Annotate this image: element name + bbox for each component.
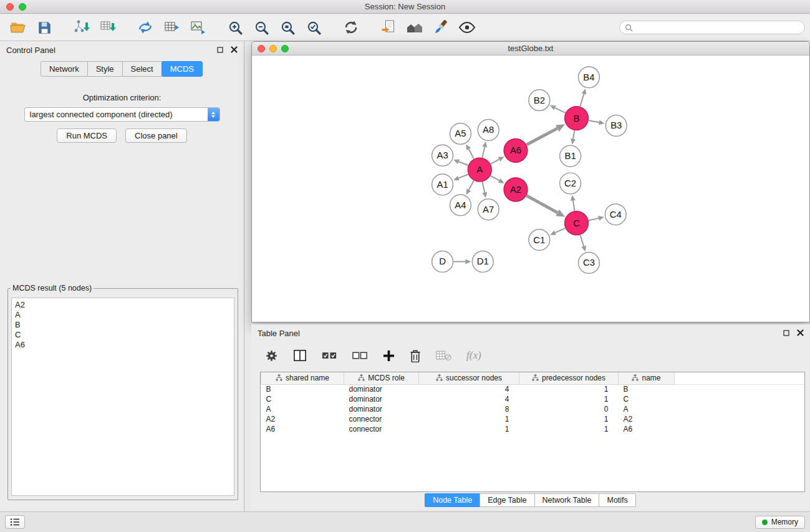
table-cell[interactable]: 1 xyxy=(419,414,519,424)
tab-motifs[interactable]: Motifs xyxy=(599,493,635,507)
network-node-A3[interactable]: A3 xyxy=(432,145,453,166)
open-session-button[interactable] xyxy=(5,17,31,38)
edge-A-A2[interactable] xyxy=(491,176,499,181)
network-node-C4[interactable]: C4 xyxy=(605,204,626,225)
node-table[interactable]: shared nameMCDS rolesuccessor nodesprede… xyxy=(260,372,805,492)
column-header-MCDS-role[interactable]: MCDS role xyxy=(344,372,419,384)
table-cell[interactable]: A2 xyxy=(619,414,675,424)
table-cell[interactable]: 1 xyxy=(519,424,619,434)
function-builder-button[interactable]: f(x) xyxy=(466,349,481,362)
tab-style[interactable]: Style xyxy=(87,61,123,77)
table-settings-button[interactable] xyxy=(265,349,278,362)
import-network-file-button[interactable] xyxy=(69,17,95,38)
edge-A6-B[interactable] xyxy=(527,128,557,145)
optimization-criterion-dropdown[interactable]: largest connected component (directed) xyxy=(24,107,220,122)
tab-network-table[interactable]: Network Table xyxy=(534,493,600,507)
table-row[interactable]: Cdominator41C xyxy=(261,394,805,404)
network-node-B2[interactable]: B2 xyxy=(529,90,550,111)
table-cell[interactable]: dominator xyxy=(344,394,419,404)
table-cell[interactable]: dominator xyxy=(344,384,419,394)
zoom-selected-button[interactable] xyxy=(301,17,327,38)
edge-C-C2[interactable] xyxy=(573,201,575,211)
network-node-A6[interactable]: A6 xyxy=(504,138,528,162)
export-table-button[interactable] xyxy=(158,17,185,38)
edge-B-B1[interactable] xyxy=(573,130,574,139)
zoom-window-button[interactable] xyxy=(19,3,26,11)
table-cell[interactable]: C xyxy=(261,394,344,404)
mcds-result-item[interactable]: C xyxy=(15,330,231,340)
app-titlebar[interactable]: Session: New Session xyxy=(0,0,810,14)
network-node-B1[interactable]: B1 xyxy=(560,145,581,167)
table-cell[interactable]: A2 xyxy=(261,414,344,424)
edge-A-A7[interactable] xyxy=(483,182,485,193)
table-row[interactable]: A2connector11A2 xyxy=(261,414,805,424)
edge-C-C1[interactable] xyxy=(555,228,565,233)
network-canvas[interactable]: B4B2BB3A5A8A6B1A3AA1A2C2A4A7C4CC1C3DD1 xyxy=(252,56,809,322)
edge-B-B4[interactable] xyxy=(580,94,584,107)
new-network-button[interactable] xyxy=(132,17,158,38)
network-window-titlebar[interactable]: testGlobe.txt xyxy=(252,42,809,56)
close-table-panel-icon[interactable] xyxy=(797,329,804,338)
mcds-result-item[interactable]: A2 xyxy=(15,300,231,310)
import-table-file-button[interactable] xyxy=(95,17,121,38)
edge-A-A4[interactable] xyxy=(469,181,474,190)
close-window-button[interactable] xyxy=(6,3,14,11)
run-mcds-button[interactable]: Run MCDS xyxy=(57,128,117,143)
edge-C-C4[interactable] xyxy=(589,218,599,221)
network-close-button[interactable] xyxy=(258,45,265,52)
tab-select[interactable]: Select xyxy=(122,61,162,77)
zoom-in-button[interactable] xyxy=(222,17,248,38)
column-header-predecessor-nodes[interactable]: predecessor nodes xyxy=(519,372,619,384)
table-cell[interactable]: 4 xyxy=(419,394,519,404)
table-row[interactable]: Bdominator41B xyxy=(261,384,805,394)
network-node-C2[interactable]: C2 xyxy=(560,173,581,194)
network-node-A[interactable]: A xyxy=(468,158,491,181)
apply-layout-button[interactable] xyxy=(338,17,364,38)
search-box[interactable] xyxy=(619,21,805,34)
network-node-A5[interactable]: A5 xyxy=(450,123,471,144)
network-node-D1[interactable]: D1 xyxy=(472,251,493,273)
mcds-result-item[interactable]: B xyxy=(15,320,231,330)
table-cell[interactable]: A xyxy=(619,404,675,414)
tab-node-table[interactable]: Node Table xyxy=(425,493,480,507)
network-node-D[interactable]: D xyxy=(432,251,453,273)
network-node-A2[interactable]: A2 xyxy=(504,178,528,201)
table-cell[interactable]: 4 xyxy=(419,384,519,394)
edge-A-A1[interactable] xyxy=(458,175,468,178)
network-node-C[interactable]: C xyxy=(565,211,589,235)
table-cell[interactable]: A6 xyxy=(619,424,675,434)
edge-A-A6[interactable] xyxy=(491,159,499,163)
open-recent-session-button[interactable] xyxy=(375,17,402,38)
edge-A-A3[interactable] xyxy=(459,162,468,165)
edge-B-B3[interactable] xyxy=(589,120,599,122)
edge-A-A8[interactable] xyxy=(483,147,485,158)
memory-button[interactable]: Memory xyxy=(755,516,805,529)
table-cell[interactable]: connector xyxy=(344,424,419,434)
table-cell[interactable]: A6 xyxy=(261,424,344,434)
edge-B-B2[interactable] xyxy=(555,108,566,113)
table-cell[interactable]: 1 xyxy=(419,424,519,434)
float-table-panel-icon[interactable] xyxy=(783,329,789,338)
show-hide-graphics-button[interactable] xyxy=(454,17,480,38)
export-image-button[interactable] xyxy=(185,17,211,38)
network-canvas-svg[interactable]: B4B2BB3A5A8A6B1A3AA1A2C2A4A7C4CC1C3DD1 xyxy=(252,56,809,322)
table-cell[interactable]: B xyxy=(619,384,675,394)
delete-table-button[interactable] xyxy=(436,350,451,361)
tab-network[interactable]: Network xyxy=(41,61,88,77)
table-cell[interactable]: 8 xyxy=(419,404,519,414)
close-panel-icon[interactable] xyxy=(231,46,238,55)
network-node-A8[interactable]: A8 xyxy=(478,120,499,141)
deselect-all-button[interactable] xyxy=(352,351,368,360)
table-cell[interactable]: connector xyxy=(344,414,419,424)
zoom-out-button[interactable] xyxy=(248,17,274,38)
edge-C-C3[interactable] xyxy=(581,235,584,246)
table-cell[interactable]: A xyxy=(261,404,344,414)
network-zoom-button[interactable] xyxy=(281,45,289,52)
edge-A2-C[interactable] xyxy=(526,196,557,213)
table-cell[interactable]: C xyxy=(619,394,675,404)
show-columns-button[interactable] xyxy=(293,349,307,362)
network-minimize-button[interactable] xyxy=(269,45,277,52)
select-all-button[interactable] xyxy=(322,351,337,360)
network-node-B3[interactable]: B3 xyxy=(605,115,627,137)
table-row[interactable]: A6connector11A6 xyxy=(261,424,805,434)
